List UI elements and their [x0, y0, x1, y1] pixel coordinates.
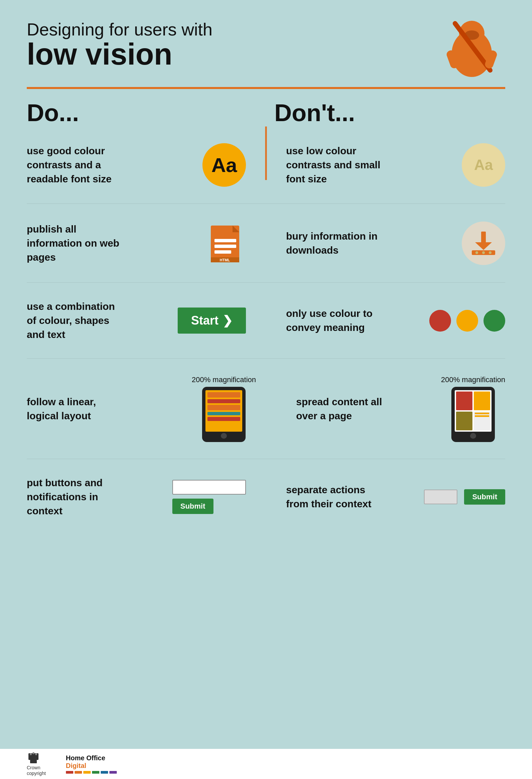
- dont-cell-2: bury information in downloads: [266, 204, 505, 283]
- start-arrow-icon: ❯: [223, 313, 233, 327]
- svg-text:HTML: HTML: [220, 258, 230, 262]
- footer-gov-line1: Crown: [27, 765, 40, 770]
- do-heading: Do...: [27, 99, 258, 126]
- magnification-label-do: 200% magnification: [192, 375, 256, 384]
- color-bar-2: [75, 771, 82, 774]
- color-bar-4: [92, 771, 99, 774]
- dont-visual-2: [462, 222, 505, 265]
- tb-yellow: [474, 392, 490, 410]
- dont-text-4: spread content all over a page: [296, 395, 397, 423]
- dot-red: [429, 310, 451, 332]
- do-dont-header: Do... Don't...: [0, 89, 532, 126]
- dont-cell-5: separate actions from their context Subm…: [266, 459, 505, 535]
- color-bar-6: [109, 771, 117, 774]
- tablet-bar-1: [208, 392, 240, 398]
- dont-text-3: only use colour to convey meaning: [286, 306, 387, 335]
- context-submit-button[interactable]: Submit: [172, 498, 214, 514]
- header-main-title: low vision: [27, 39, 438, 69]
- dont-text-1: use low colour contrasts and small font …: [286, 144, 387, 186]
- aa-good-circle: Aa: [202, 143, 246, 187]
- footer: Crown copyright Home Office Digital: [0, 749, 532, 779]
- do-cell-3: use a combination of colour, shapes and …: [27, 283, 266, 358]
- gov-crown-icon: [27, 752, 40, 765]
- do-text-5: put buttons and notifications in context: [27, 476, 127, 518]
- magnification-label-dont: 200% magnification: [441, 375, 505, 384]
- context-do-visual: Submit: [172, 480, 246, 514]
- tablet-bad-home-btn: [470, 433, 476, 439]
- do-cell-5: put buttons and notifications in context…: [27, 459, 266, 535]
- dot-green: [483, 310, 505, 332]
- context-input-small[interactable]: [424, 489, 457, 504]
- footer-brand: Home Office Digital: [66, 754, 117, 774]
- download-icon: [462, 222, 505, 265]
- low-vision-icon: [438, 17, 505, 77]
- section-row-1: use good colour contrasts and a readable…: [27, 126, 505, 204]
- content-area: use good colour contrasts and a readable…: [0, 126, 532, 180]
- gov-crown-text: Crown copyright: [27, 765, 46, 776]
- footer-brand-line1: Home Office: [66, 754, 117, 762]
- svg-point-18: [482, 251, 485, 254]
- section-row-2: publish all information on web pages: [27, 204, 505, 283]
- do-text-3: use a combination of colour, shapes and …: [27, 299, 127, 342]
- color-bar-3: [83, 771, 91, 774]
- section-row-3: use a combination of colour, shapes and …: [27, 283, 505, 359]
- tablet-bad-area: 200% magnification: [441, 359, 505, 459]
- do-text-4: follow a linear, logical layout: [27, 395, 127, 423]
- do-cell-4: follow a linear, logical layout: [27, 359, 192, 459]
- svg-rect-10: [215, 245, 236, 248]
- do-visual-3: Start ❯: [178, 307, 246, 334]
- dont-text-2: bury information in downloads: [286, 229, 387, 257]
- section-row-4: follow a linear, logical layout 200% mag…: [27, 359, 505, 459]
- svg-point-22: [30, 753, 32, 755]
- tablet-bar-2: [208, 399, 240, 403]
- svg-point-17: [475, 251, 478, 254]
- start-label: Start: [191, 313, 219, 327]
- header-title: Designing for users with low vision: [27, 20, 438, 69]
- dont-visual-1: Aa: [462, 143, 505, 187]
- svg-point-23: [33, 752, 35, 754]
- page-wrapper: Designing for users with low vision Do: [0, 0, 532, 779]
- dont-cell-1: use low colour contrasts and small font …: [266, 126, 505, 203]
- context-submit-separate[interactable]: Submit: [464, 489, 505, 504]
- header-subtitle: Designing for users with: [27, 20, 438, 39]
- colour-dots: [429, 310, 505, 332]
- tb-red: [456, 392, 472, 410]
- dont-text-5: separate actions from their context: [286, 483, 387, 511]
- svg-point-24: [35, 753, 37, 755]
- header: Designing for users with low vision: [0, 0, 532, 87]
- tb-olive: [456, 412, 472, 430]
- footer-brand-line2: Digital: [66, 762, 117, 770]
- tablet-bar-3: [208, 405, 240, 410]
- tb-white: [474, 412, 490, 430]
- tablet-screen-good: [205, 390, 242, 432]
- dont-visual-3: [429, 310, 505, 332]
- svg-marker-15: [475, 242, 492, 250]
- context-input-field[interactable]: [172, 480, 246, 494]
- section-row-5: put buttons and notifications in context…: [27, 459, 505, 535]
- svg-rect-11: [215, 250, 231, 254]
- do-text-1: use good colour contrasts and a readable…: [27, 144, 127, 186]
- dont-heading: Don't...: [258, 99, 505, 126]
- aa-bad-circle: Aa: [462, 143, 505, 187]
- color-bar-1: [66, 771, 73, 774]
- start-button-visual: Start ❯: [178, 307, 246, 334]
- tablet-bad-wrap: 200% magnification: [441, 375, 505, 442]
- tablet-bar-5: [208, 417, 240, 421]
- do-text-2: publish all information on web pages: [27, 222, 127, 264]
- dont-cell-4: spread content all over a page: [276, 359, 441, 459]
- tablet-good-wrap: 200% magnification: [192, 375, 256, 442]
- svg-rect-21: [30, 760, 37, 763]
- tablet-bad: [451, 387, 495, 442]
- do-cell-2: publish all information on web pages: [27, 204, 266, 283]
- tablet-bar-4: [208, 412, 240, 415]
- svg-rect-9: [215, 239, 236, 242]
- dont-visual-5: Submit: [424, 489, 505, 504]
- tablet-good-area: 200% magnification: [192, 359, 276, 459]
- tablet-home-btn: [221, 433, 227, 439]
- footer-color-bar: [66, 771, 117, 774]
- do-visual-5: Submit: [172, 480, 246, 514]
- tablet-screen-bad: [455, 390, 491, 432]
- do-cell-1: use good colour contrasts and a readable…: [27, 126, 266, 203]
- dont-cell-3: only use colour to convey meaning: [266, 283, 505, 358]
- color-bar-5: [101, 771, 108, 774]
